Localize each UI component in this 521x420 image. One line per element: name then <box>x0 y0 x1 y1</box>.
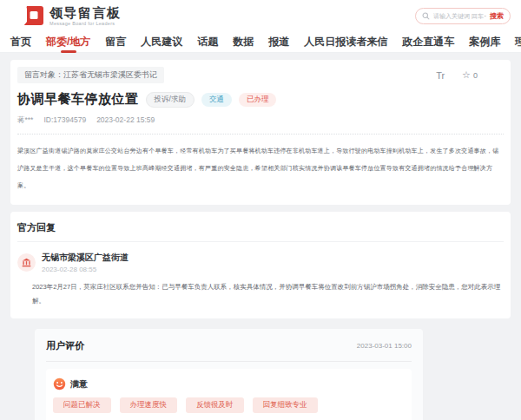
message-body: 梁溪区广益街道锡沪路的莫家庄公交站台旁边有个早餐车，经常有机动车为了买早餐将机动… <box>17 142 504 194</box>
tag-category: 投诉/求助 <box>146 92 195 108</box>
reply-time: 2023-02-28 08:55 <box>42 266 129 273</box>
satisfied-smiley-icon <box>53 377 66 390</box>
nav-item-messages[interactable]: 留言 <box>105 31 126 53</box>
nav-item-reader-letters[interactable]: 人民日报读者来信 <box>304 31 387 53</box>
evaluation-title: 用户评价 <box>46 339 84 352</box>
page: 领导留言板 Message Board for Leaders 搜索 首页 部委… <box>0 0 521 420</box>
font-size-toggle-icon[interactable]: Tr <box>436 70 445 81</box>
search-input[interactable] <box>433 13 486 19</box>
favorite-count: 0 <box>473 71 478 80</box>
message-target-link[interactable]: 留言对象：江苏省无锡市梁溪区委书记 <box>17 67 164 83</box>
user-evaluation-panel: 用户评价 2023-03-01 15:00 <box>35 329 423 420</box>
nav-item-ministries-local[interactable]: 部委/地方 <box>46 31 90 53</box>
nav-item-reports[interactable]: 报道 <box>268 31 289 53</box>
message-board-logo-icon <box>23 4 45 27</box>
main-nav: 首页 部委/地方 留言 人民建议 话题 数据 报道 人民日报读者来信 政企直通车… <box>0 31 521 53</box>
eval-tag-professional: 回复细致专业 <box>253 397 318 413</box>
reply-org-name: 无锡市梁溪区广益街道 <box>42 252 129 264</box>
message-time: 2023-02-22 15:59 <box>96 115 155 126</box>
eval-tag-resolved: 问题已解决 <box>53 397 111 413</box>
site-logo[interactable]: 领导留言板 Message Board for Leaders <box>23 4 122 27</box>
nav-item-topics[interactable]: 话题 <box>197 31 218 53</box>
logo-title: 领导留言板 <box>49 6 122 19</box>
government-building-icon <box>17 253 36 272</box>
rating-label: 满意 <box>70 378 88 390</box>
nav-item-suggestions[interactable]: 人民建议 <box>141 31 182 53</box>
evaluation-card: 满意 问题已解决 办理速度快 反馈很及时 回复细致专业 满意 特别感谢✦ 满意 <box>46 369 412 420</box>
message-id: ID:17394579 <box>43 115 86 126</box>
nav-item-gov-enterprise[interactable]: 政企直通车 <box>402 31 454 53</box>
tag-status: 已办理 <box>239 93 277 107</box>
official-reply-card: 官方回复 无锡市梁溪区广益街道 2023-02-28 08:55 2023 <box>10 212 511 318</box>
search-button[interactable]: 搜索 <box>490 11 504 21</box>
divider <box>17 134 504 135</box>
search-box[interactable]: 搜索 <box>415 8 511 24</box>
logo-subtitle: Message Board for Leaders <box>49 21 122 26</box>
nav-item-cases[interactable]: 案例库 <box>469 31 500 53</box>
official-reply-title: 官方回复 <box>17 219 504 242</box>
favorite-button[interactable]: ☆ 0 <box>462 70 478 80</box>
divider <box>46 361 412 362</box>
reply-body: 2023年2月27日，莫家庄社区联系您并告知：已与早餐车负责人联系，核实具体情况… <box>32 280 504 308</box>
nav-item-theory[interactable]: 理论 <box>515 31 521 53</box>
main-content: 留言对象：江苏省无锡市梁溪区委书记 Tr ☆ 0 协调早餐车停放位置 投诉/求助… <box>0 60 521 420</box>
message-card: 留言对象：江苏省无锡市梁溪区委书记 Tr ☆ 0 协调早餐车停放位置 投诉/求助… <box>10 60 511 205</box>
eval-tag-fast: 办理速度快 <box>120 397 178 413</box>
top-bar: 领导留言板 Message Board for Leaders 搜索 <box>0 0 521 31</box>
message-meta: 蒋*** ID:17394579 2023-02-22 15:59 <box>17 115 504 126</box>
eval-tag-timely: 反馈很及时 <box>186 397 244 413</box>
tag-domain: 交通 <box>201 93 232 107</box>
message-title: 协调早餐车停放位置 <box>17 91 139 108</box>
star-icon: ☆ <box>462 70 471 80</box>
logo-text: 领导留言板 Message Board for Leaders <box>49 6 122 26</box>
nav-item-data[interactable]: 数据 <box>233 31 254 53</box>
nav-item-home[interactable]: 首页 <box>10 31 31 53</box>
message-author: 蒋*** <box>17 115 33 126</box>
evaluation-time: 2023-03-01 15:00 <box>357 342 412 350</box>
search-icon <box>422 12 430 20</box>
evaluation-tags: 问题已解决 办理速度快 反馈很及时 回复细致专业 <box>53 397 405 413</box>
